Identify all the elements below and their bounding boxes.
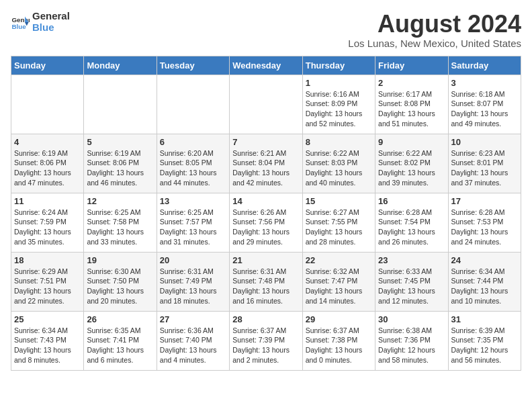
calendar-cell: 1Sunrise: 6:16 AM Sunset: 8:09 PM Daylig… [302, 75, 375, 134]
calendar-cell: 23Sunrise: 6:33 AM Sunset: 7:45 PM Dayli… [375, 252, 448, 311]
calendar-cell: 11Sunrise: 6:24 AM Sunset: 7:59 PM Dayli… [11, 193, 84, 252]
calendar-cell: 21Sunrise: 6:31 AM Sunset: 7:48 PM Dayli… [230, 252, 302, 311]
day-info: Sunrise: 6:31 AM Sunset: 7:49 PM Dayligh… [160, 267, 226, 306]
day-info: Sunrise: 6:22 AM Sunset: 8:03 PM Dayligh… [306, 148, 372, 188]
calendar-cell: 10Sunrise: 6:23 AM Sunset: 8:01 PM Dayli… [448, 134, 521, 193]
calendar-cell: 27Sunrise: 6:36 AM Sunset: 7:40 PM Dayli… [157, 311, 229, 370]
day-number: 2 [378, 78, 445, 88]
day-number: 4 [14, 137, 81, 147]
weekday-header-row: SundayMondayTuesdayWednesdayThursdayFrid… [11, 56, 521, 75]
day-number: 13 [160, 196, 226, 206]
day-number: 15 [306, 196, 372, 206]
calendar-cell: 15Sunrise: 6:27 AM Sunset: 7:55 PM Dayli… [302, 193, 375, 252]
day-info: Sunrise: 6:23 AM Sunset: 8:01 PM Dayligh… [451, 148, 518, 188]
weekday-header: Thursday [302, 56, 375, 75]
day-info: Sunrise: 6:25 AM Sunset: 7:57 PM Dayligh… [160, 208, 226, 247]
day-number: 28 [232, 314, 299, 324]
weekday-header: Saturday [448, 56, 521, 75]
day-info: Sunrise: 6:31 AM Sunset: 7:48 PM Dayligh… [232, 267, 299, 306]
page-header: General Blue General Blue August 2024 Lo… [11, 11, 521, 49]
calendar-cell: 29Sunrise: 6:37 AM Sunset: 7:38 PM Dayli… [302, 311, 375, 370]
calendar-cell [230, 75, 302, 134]
day-number: 8 [306, 137, 372, 147]
calendar-cell: 22Sunrise: 6:32 AM Sunset: 7:47 PM Dayli… [302, 252, 375, 311]
svg-text:Blue: Blue [11, 22, 26, 30]
calendar-cell: 5Sunrise: 6:19 AM Sunset: 8:06 PM Daylig… [84, 134, 157, 193]
calendar-week-row: 11Sunrise: 6:24 AM Sunset: 7:59 PM Dayli… [11, 193, 521, 252]
day-info: Sunrise: 6:20 AM Sunset: 8:05 PM Dayligh… [160, 148, 226, 188]
weekday-header: Friday [375, 56, 448, 75]
weekday-header: Tuesday [157, 56, 229, 75]
calendar-cell: 3Sunrise: 6:18 AM Sunset: 8:07 PM Daylig… [448, 75, 521, 134]
day-info: Sunrise: 6:17 AM Sunset: 8:08 PM Dayligh… [378, 89, 445, 129]
calendar-cell: 19Sunrise: 6:30 AM Sunset: 7:50 PM Dayli… [84, 252, 157, 311]
day-info: Sunrise: 6:21 AM Sunset: 8:04 PM Dayligh… [232, 148, 299, 188]
calendar-week-row: 25Sunrise: 6:34 AM Sunset: 7:43 PM Dayli… [11, 311, 521, 370]
day-number: 12 [87, 196, 153, 206]
calendar-week-row: 1Sunrise: 6:16 AM Sunset: 8:09 PM Daylig… [11, 75, 521, 134]
calendar-cell: 24Sunrise: 6:34 AM Sunset: 7:44 PM Dayli… [448, 252, 521, 311]
calendar-cell: 12Sunrise: 6:25 AM Sunset: 7:58 PM Dayli… [84, 193, 157, 252]
calendar-cell: 26Sunrise: 6:35 AM Sunset: 7:41 PM Dayli… [84, 311, 157, 370]
weekday-header: Monday [84, 56, 157, 75]
logo-general: General [32, 11, 70, 22]
day-number: 24 [451, 255, 518, 265]
calendar-cell: 31Sunrise: 6:39 AM Sunset: 7:35 PM Dayli… [448, 311, 521, 370]
calendar-cell: 2Sunrise: 6:17 AM Sunset: 8:08 PM Daylig… [375, 75, 448, 134]
calendar-table: SundayMondayTuesdayWednesdayThursdayFrid… [11, 56, 521, 371]
day-info: Sunrise: 6:34 AM Sunset: 7:44 PM Dayligh… [451, 267, 518, 306]
calendar-cell: 18Sunrise: 6:29 AM Sunset: 7:51 PM Dayli… [11, 252, 84, 311]
calendar-cell: 8Sunrise: 6:22 AM Sunset: 8:03 PM Daylig… [302, 134, 375, 193]
day-info: Sunrise: 6:18 AM Sunset: 8:07 PM Dayligh… [451, 89, 518, 129]
calendar-cell [157, 75, 229, 134]
day-number: 18 [14, 255, 81, 265]
day-info: Sunrise: 6:29 AM Sunset: 7:51 PM Dayligh… [14, 267, 81, 306]
day-info: Sunrise: 6:28 AM Sunset: 7:53 PM Dayligh… [451, 208, 518, 247]
day-number: 29 [306, 314, 372, 324]
weekday-header: Wednesday [230, 56, 302, 75]
day-info: Sunrise: 6:36 AM Sunset: 7:40 PM Dayligh… [160, 326, 226, 365]
calendar-cell: 6Sunrise: 6:20 AM Sunset: 8:05 PM Daylig… [157, 134, 229, 193]
logo: General Blue General Blue [11, 11, 70, 33]
day-info: Sunrise: 6:19 AM Sunset: 8:06 PM Dayligh… [14, 148, 81, 188]
day-info: Sunrise: 6:26 AM Sunset: 7:56 PM Dayligh… [232, 208, 299, 247]
day-number: 6 [160, 137, 226, 147]
day-info: Sunrise: 6:39 AM Sunset: 7:35 PM Dayligh… [451, 326, 518, 365]
day-number: 20 [160, 255, 226, 265]
logo-blue: Blue [32, 22, 70, 34]
month-year: August 2024 [348, 11, 521, 38]
day-info: Sunrise: 6:28 AM Sunset: 7:54 PM Dayligh… [378, 208, 445, 247]
calendar-cell: 20Sunrise: 6:31 AM Sunset: 7:49 PM Dayli… [157, 252, 229, 311]
calendar-cell: 16Sunrise: 6:28 AM Sunset: 7:54 PM Dayli… [375, 193, 448, 252]
calendar-cell: 28Sunrise: 6:37 AM Sunset: 7:39 PM Dayli… [230, 311, 302, 370]
day-number: 9 [378, 137, 445, 147]
calendar-week-row: 18Sunrise: 6:29 AM Sunset: 7:51 PM Dayli… [11, 252, 521, 311]
day-info: Sunrise: 6:27 AM Sunset: 7:55 PM Dayligh… [306, 208, 372, 247]
calendar-cell: 14Sunrise: 6:26 AM Sunset: 7:56 PM Dayli… [230, 193, 302, 252]
day-number: 31 [451, 314, 518, 324]
calendar-cell: 7Sunrise: 6:21 AM Sunset: 8:04 PM Daylig… [230, 134, 302, 193]
day-info: Sunrise: 6:30 AM Sunset: 7:50 PM Dayligh… [87, 267, 153, 306]
calendar-cell: 4Sunrise: 6:19 AM Sunset: 8:06 PM Daylig… [11, 134, 84, 193]
day-number: 1 [306, 78, 372, 88]
logo-icon: General Blue [11, 13, 30, 32]
day-info: Sunrise: 6:33 AM Sunset: 7:45 PM Dayligh… [378, 267, 445, 306]
day-number: 16 [378, 196, 445, 206]
day-info: Sunrise: 6:37 AM Sunset: 7:38 PM Dayligh… [306, 326, 372, 365]
calendar-cell [84, 75, 157, 134]
day-number: 7 [232, 137, 299, 147]
day-number: 25 [14, 314, 81, 324]
calendar-week-row: 4Sunrise: 6:19 AM Sunset: 8:06 PM Daylig… [11, 134, 521, 193]
day-number: 26 [87, 314, 153, 324]
day-info: Sunrise: 6:24 AM Sunset: 7:59 PM Dayligh… [14, 208, 81, 247]
day-info: Sunrise: 6:25 AM Sunset: 7:58 PM Dayligh… [87, 208, 153, 247]
day-number: 10 [451, 137, 518, 147]
title-block: August 2024 Los Lunas, New Mexico, Unite… [348, 11, 521, 49]
day-number: 17 [451, 196, 518, 206]
calendar-cell: 30Sunrise: 6:38 AM Sunset: 7:36 PM Dayli… [375, 311, 448, 370]
day-number: 30 [378, 314, 445, 324]
day-number: 19 [87, 255, 153, 265]
day-info: Sunrise: 6:16 AM Sunset: 8:09 PM Dayligh… [306, 89, 372, 129]
calendar-cell: 9Sunrise: 6:22 AM Sunset: 8:02 PM Daylig… [375, 134, 448, 193]
day-info: Sunrise: 6:22 AM Sunset: 8:02 PM Dayligh… [378, 148, 445, 188]
